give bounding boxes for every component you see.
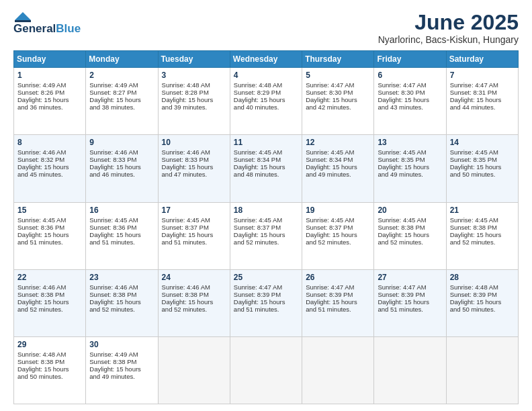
calendar-table: Sunday Monday Tuesday Wednesday Thursday… [13,50,519,404]
cell-line3: Daylight: 15 hours [234,298,285,306]
cell-line3: Daylight: 15 hours [17,365,69,373]
cell-line1: Sunrise: 4:47 AM [306,81,354,89]
table-row-empty [158,336,230,404]
week-row-3: 15 Sunrise: 4:45 AM Sunset: 8:36 PM Dayl… [14,202,519,269]
day-number: 13 [378,138,442,147]
day-number: 11 [234,138,298,147]
cell-line4: and 49 minutes. [89,373,135,380]
day-number: 28 [450,273,515,282]
cell-line1: Sunrise: 4:47 AM [234,283,282,291]
cell-line3: Daylight: 15 hours [234,231,285,238]
cell-line2: Sunset: 8:33 PM [162,156,209,163]
table-row: 2 Sunrise: 4:49 AM Sunset: 8:27 PM Dayli… [86,68,158,135]
header: GeneralBlue June 2025 Nyarlorinc, Bacs-K… [13,11,519,45]
day-number: 9 [89,138,154,147]
table-row: 13 Sunrise: 4:45 AM Sunset: 8:35 PM Dayl… [374,135,446,202]
table-row: 25 Sunrise: 4:47 AM Sunset: 8:39 PM Dayl… [230,269,302,336]
cell-line2: Sunset: 8:32 PM [17,156,64,163]
cell-line4: and 46 minutes. [89,171,135,178]
cell-line3: Daylight: 15 hours [450,96,502,103]
day-number: 24 [162,273,226,282]
cell-line3: Daylight: 15 hours [17,231,69,238]
cell-line1: Sunrise: 4:48 AM [162,81,210,89]
cell-line2: Sunset: 8:38 PM [17,291,64,298]
svg-marker-0 [15,12,31,20]
cell-line3: Daylight: 15 hours [378,231,429,238]
cell-line4: and 52 minutes. [17,306,63,313]
table-row: 3 Sunrise: 4:48 AM Sunset: 8:28 PM Dayli… [158,68,230,135]
calendar-page: GeneralBlue June 2025 Nyarlorinc, Bacs-K… [0,0,532,411]
logo-blue: Blue [56,22,81,35]
table-row: 7 Sunrise: 4:47 AM Sunset: 8:31 PM Dayli… [446,68,518,135]
cell-line4: and 48 minutes. [234,171,279,178]
cell-line4: and 40 minutes. [234,103,279,111]
table-row: 23 Sunrise: 4:46 AM Sunset: 8:38 PM Dayl… [86,269,158,336]
cell-line3: Daylight: 15 hours [306,298,357,306]
cell-line3: Daylight: 15 hours [162,231,214,238]
cell-line3: Daylight: 15 hours [378,298,429,306]
cell-line1: Sunrise: 4:45 AM [378,148,426,156]
header-tuesday: Tuesday [158,51,230,68]
cell-line4: and 38 minutes. [89,103,135,111]
month-title: June 2025 [378,11,519,34]
cell-line3: Daylight: 15 hours [378,163,429,171]
header-saturday: Saturday [446,51,518,68]
cell-line1: Sunrise: 4:45 AM [306,148,354,156]
cell-line4: and 45 minutes. [17,171,63,178]
day-number: 3 [162,71,226,80]
day-number: 6 [378,71,442,80]
cell-line2: Sunset: 8:37 PM [162,224,209,231]
cell-line2: Sunset: 8:28 PM [162,89,209,96]
cell-line2: Sunset: 8:34 PM [306,156,353,163]
cell-line3: Daylight: 15 hours [17,96,69,103]
table-row: 17 Sunrise: 4:45 AM Sunset: 8:37 PM Dayl… [158,202,230,269]
table-row: 29 Sunrise: 4:48 AM Sunset: 8:38 PM Dayl… [14,336,86,404]
cell-line4: and 51 minutes. [17,238,63,246]
logo: GeneralBlue [13,11,81,34]
cell-line3: Daylight: 15 hours [306,96,357,103]
cell-line1: Sunrise: 4:45 AM [450,216,498,224]
table-row: 22 Sunrise: 4:46 AM Sunset: 8:38 PM Dayl… [14,269,86,336]
cell-line1: Sunrise: 4:45 AM [450,148,498,156]
table-row-empty [302,336,374,404]
cell-line4: and 50 minutes. [450,171,496,178]
cell-line1: Sunrise: 4:45 AM [378,216,426,224]
day-number: 19 [306,205,370,215]
day-number: 1 [17,71,82,80]
table-row: 12 Sunrise: 4:45 AM Sunset: 8:34 PM Dayl… [302,135,374,202]
cell-line4: and 36 minutes. [17,103,63,111]
day-number: 18 [234,205,298,215]
cell-line2: Sunset: 8:39 PM [378,291,425,298]
cell-line1: Sunrise: 4:45 AM [17,216,66,224]
cell-line4: and 42 minutes. [306,103,351,111]
cell-line1: Sunrise: 4:47 AM [378,81,426,89]
cell-line2: Sunset: 8:36 PM [17,224,64,231]
day-number: 12 [306,138,370,147]
cell-line1: Sunrise: 4:45 AM [89,216,138,224]
cell-line4: and 52 minutes. [450,238,496,246]
cell-line3: Daylight: 15 hours [162,298,214,306]
cell-line4: and 51 minutes. [306,306,351,313]
day-number: 4 [234,71,298,80]
day-number: 2 [89,71,154,80]
cell-line4: and 44 minutes. [450,103,496,111]
cell-line4: and 52 minutes. [378,238,423,246]
cell-line2: Sunset: 8:37 PM [306,224,353,231]
day-number: 22 [17,273,82,282]
cell-line2: Sunset: 8:39 PM [450,291,497,298]
cell-line2: Sunset: 8:38 PM [89,291,136,298]
cell-line2: Sunset: 8:39 PM [234,291,281,298]
cell-line4: and 51 minutes. [89,238,135,246]
cell-line2: Sunset: 8:33 PM [89,156,136,163]
cell-line3: Daylight: 15 hours [306,231,357,238]
day-number: 27 [378,273,442,282]
logo-general: General [13,22,56,35]
cell-line2: Sunset: 8:38 PM [17,358,64,365]
cell-line2: Sunset: 8:31 PM [450,89,497,96]
cell-line1: Sunrise: 4:45 AM [234,216,282,224]
table-row: 28 Sunrise: 4:48 AM Sunset: 8:39 PM Dayl… [446,269,518,336]
table-row: 8 Sunrise: 4:46 AM Sunset: 8:32 PM Dayli… [14,135,86,202]
cell-line4: and 51 minutes. [378,306,423,313]
cell-line1: Sunrise: 4:46 AM [162,148,210,156]
cell-line4: and 52 minutes. [89,306,135,313]
